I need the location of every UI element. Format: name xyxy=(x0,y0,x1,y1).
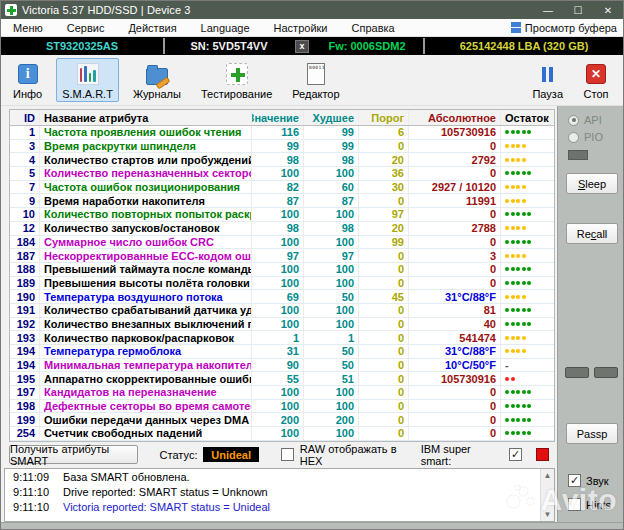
menu-item-сервис[interactable]: Сервис xyxy=(55,19,117,36)
stop-x-icon: ✕ xyxy=(586,64,606,84)
menu-bar: МенюСервисДействияLanguageНастройкиСправ… xyxy=(1,19,623,37)
close-button[interactable]: ✕ xyxy=(593,1,623,19)
table-row[interactable]: 12 Количество запусков/остановок 98 98 2… xyxy=(10,222,554,236)
table-row[interactable]: 194 Температура гермоблока 31 50 0 31°C/… xyxy=(10,345,554,359)
cell-threshold: 20 xyxy=(359,222,409,235)
table-row[interactable]: 193 Количество парковок/распарковок 1 1 … xyxy=(10,331,554,345)
cell-value: 98 xyxy=(252,222,304,235)
table-row[interactable]: 9 Время наработки накопителя 87 87 0 119… xyxy=(10,194,554,208)
table-row[interactable]: 191 Количество срабатываний датчика уд..… xyxy=(10,304,554,318)
health-dot xyxy=(505,171,509,175)
log-area[interactable]: 9:11:09 База SMART обновлена. 9:11:10 Dr… xyxy=(4,468,555,522)
scroll-up-icon[interactable]: ▲ xyxy=(544,469,552,482)
get-smart-button[interactable]: Получить атрибуты SMART xyxy=(9,445,138,464)
table-row[interactable]: 190 Температура воздушного потока 69 50 … xyxy=(10,290,554,304)
cell-raw: 81 xyxy=(409,304,501,317)
table-row[interactable]: 195 Аппаратно скорректированные ошибки 5… xyxy=(10,372,554,386)
table-row[interactable]: 188 Превышений таймаута после команды 10… xyxy=(10,263,554,277)
cell-threshold: 0 xyxy=(359,427,409,440)
health-dot xyxy=(527,267,531,271)
side-panel: API PIO Sleep Recall Passp ✓ Звук Hints xyxy=(557,106,623,522)
health-dot xyxy=(522,212,526,216)
raw-hex-option[interactable]: RAW отображать в HEX xyxy=(281,443,421,467)
cell-value: 82 xyxy=(252,181,304,194)
table-row[interactable]: 5 Количество переназначенных секторов 10… xyxy=(10,167,554,181)
health-dot xyxy=(516,308,520,312)
cell-health xyxy=(501,153,554,166)
hints-option[interactable]: Hints xyxy=(568,498,611,511)
menu-item-language[interactable]: Language xyxy=(189,19,262,36)
cell-threshold: 0 xyxy=(359,386,409,399)
pio-radio-option[interactable]: PIO xyxy=(568,131,603,143)
device-close-button[interactable]: x xyxy=(295,40,309,53)
victoria-app-window: Victoria 5.37 HDD/SSD | Device 3 — ☐ ✕ М… xyxy=(0,0,624,530)
table-row[interactable]: 198 Дефектные секторы во время самотеста… xyxy=(10,400,554,414)
recall-button[interactable]: Recall xyxy=(566,223,618,244)
health-dot xyxy=(511,171,515,175)
cell-raw: 0 xyxy=(409,236,501,249)
cell-raw: 10°C/50°F xyxy=(409,359,501,372)
title-bar[interactable]: Victoria 5.37 HDD/SSD | Device 3 — ☐ ✕ xyxy=(1,1,623,19)
menu-item-меню[interactable]: Меню xyxy=(1,19,55,36)
cell-id: 194 xyxy=(10,359,40,372)
pause-button[interactable]: Пауза xyxy=(526,58,569,102)
menu-item-настройки[interactable]: Настройки xyxy=(262,19,340,36)
journals-button[interactable]: Журналы xyxy=(127,58,187,102)
table-row[interactable]: 1 Частота проявления ошибок чтения 116 9… xyxy=(10,126,554,140)
table-row[interactable]: 184 Суммарное число ошибок CRC 100 100 9… xyxy=(10,236,554,250)
health-dot xyxy=(511,349,515,353)
health-dot xyxy=(511,226,515,230)
health-dot xyxy=(527,171,531,175)
smart-button[interactable]: S.M.A.R.T xyxy=(56,58,119,102)
table-row[interactable]: 187 Нескорректированные ECC-кодом ошибки… xyxy=(10,249,554,263)
table-row[interactable]: 3 Время раскрутки шпинделя 99 99 0 0 xyxy=(10,140,554,154)
table-row[interactable]: 194 Минимальная температура накопителя 9… xyxy=(10,359,554,373)
pio-radio-icon[interactable] xyxy=(568,132,579,143)
table-row[interactable]: 254 Счетчик свободных падений 100 100 0 … xyxy=(10,427,554,441)
menu-item-справка[interactable]: Справка xyxy=(340,19,407,36)
passp-button[interactable]: Passp xyxy=(566,423,618,444)
cell-value: 100 xyxy=(252,318,304,331)
sound-checkbox[interactable]: ✓ xyxy=(568,474,581,487)
sound-option[interactable]: ✓ Звук xyxy=(568,474,609,487)
ibm-checkbox[interactable]: ✓ xyxy=(509,448,522,461)
menu-item-действия[interactable]: Действия xyxy=(116,19,188,36)
table-row[interactable]: 4 Количество стартов или пробуждений 98 … xyxy=(10,153,554,167)
editor-button[interactable]: 00011010011101001000010 Редактор xyxy=(286,58,345,102)
health-dot xyxy=(511,267,515,271)
cell-raw: 105730916 xyxy=(409,126,501,139)
health-dot xyxy=(522,336,526,340)
health-dot xyxy=(522,281,526,285)
log-scrollbar[interactable]: ▲ ▼ xyxy=(540,469,554,521)
health-dot xyxy=(522,144,526,148)
maximize-button[interactable]: ☐ xyxy=(563,1,593,19)
table-row[interactable]: 10 Количество повторных попыток раскр...… xyxy=(10,208,554,222)
api-radio-icon[interactable] xyxy=(568,115,579,126)
table-row[interactable]: 192 Количество внезапных выключений пи..… xyxy=(10,318,554,332)
sleep-button[interactable]: Sleep xyxy=(566,173,618,194)
buffer-view-button[interactable]: Просмотр буфера xyxy=(511,22,623,34)
cell-health xyxy=(501,167,554,180)
table-row[interactable]: 7 Частота ошибок позиционирования 82 60 … xyxy=(10,181,554,195)
cell-attribute-name: Счетчик свободных падений xyxy=(40,427,252,440)
table-row[interactable]: 199 Ошибки передачи данных через DMA 200… xyxy=(10,413,554,427)
health-dot xyxy=(527,212,531,216)
info-button[interactable]: i Инфо xyxy=(7,58,48,102)
hints-checkbox[interactable] xyxy=(568,498,581,511)
table-row[interactable]: 189 Превышения высоты полёта головки 100… xyxy=(10,277,554,291)
raw-hex-checkbox[interactable] xyxy=(281,448,294,461)
health-dot xyxy=(527,431,531,435)
testing-button[interactable]: Тестирование xyxy=(195,58,278,102)
minimize-button[interactable]: — xyxy=(533,1,563,19)
small-led-button-1[interactable] xyxy=(565,367,589,378)
cell-worst: 100 xyxy=(304,304,359,317)
health-dot xyxy=(516,418,520,422)
table-row[interactable]: 197 Кандидатов на переназначение 100 100… xyxy=(10,386,554,400)
scroll-down-icon[interactable]: ▼ xyxy=(544,508,552,521)
stop-button[interactable]: ✕ Стоп xyxy=(577,58,615,102)
small-led-button-2[interactable] xyxy=(594,367,618,378)
api-radio-option[interactable]: API xyxy=(568,114,602,126)
drive-model[interactable]: ST9320325AS xyxy=(1,37,163,55)
health-dot xyxy=(505,404,509,408)
cell-health xyxy=(501,386,554,399)
